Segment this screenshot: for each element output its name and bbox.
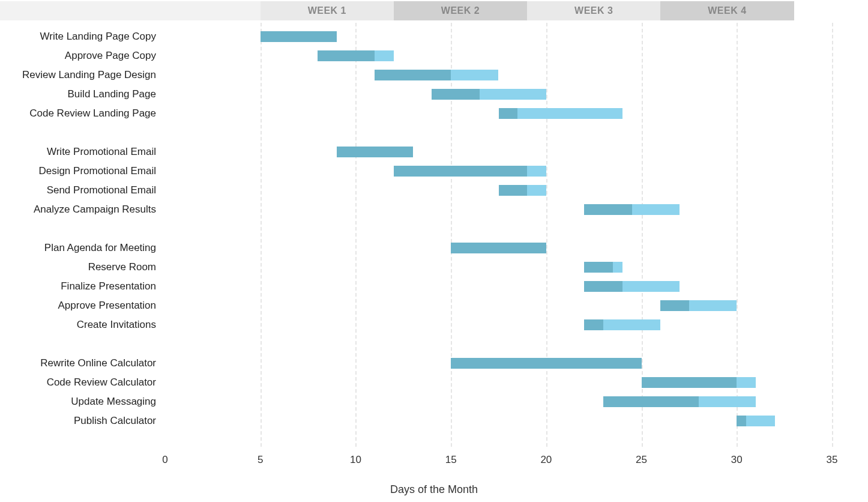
task-label: Publish Calculator: [0, 412, 156, 430]
gantt-bar: [394, 166, 546, 177]
x-tick: 15: [445, 454, 457, 466]
gantt-bar: [584, 319, 660, 330]
week-header: WEEK 2: [394, 1, 527, 20]
gantt-bar-segment: [584, 262, 613, 273]
week-header-row: WEEK 1WEEK 2WEEK 3WEEK 4: [0, 0, 868, 22]
task-label: Write Promotional Email: [0, 143, 156, 161]
gantt-bar-segment: [451, 358, 641, 369]
x-axis: 05101520253035: [165, 454, 832, 468]
week-header: WEEK 4: [660, 1, 794, 20]
gantt-bar: [375, 70, 498, 80]
gantt-bar-segment: [584, 319, 603, 330]
gantt-bar-segment: [699, 396, 756, 407]
x-tick: 0: [162, 454, 167, 466]
gantt-bar: [337, 147, 413, 157]
task-label: Build Landing Page: [0, 85, 156, 103]
gantt-bar-segment: [737, 416, 746, 426]
gantt-bar-segment: [584, 204, 631, 215]
x-tick: 30: [731, 454, 743, 466]
week-header: WEEK 1: [261, 1, 394, 20]
gantt-bar-segment: [613, 262, 622, 273]
task-label: Code Review Calculator: [0, 373, 156, 392]
gantt-bar-segment: [375, 50, 394, 61]
gantt-bar-segment: [499, 108, 518, 119]
gantt-bar: [451, 243, 546, 253]
gridline: [546, 23, 547, 447]
gantt-bar-segment: [642, 377, 737, 388]
gantt-bar-segment: [375, 70, 451, 80]
x-tick: 35: [827, 454, 838, 466]
gantt-bar: [603, 396, 756, 407]
gantt-bar-segment: [318, 50, 375, 61]
week-header-spacer: [0, 1, 261, 20]
gantt-bar-segment: [622, 281, 680, 292]
gantt-bar-segment: [337, 147, 413, 157]
task-label: Finalize Presentation: [0, 277, 156, 295]
gantt-bar-segment: [527, 166, 546, 177]
task-label: Write Landing Page Copy: [0, 28, 156, 46]
x-tick: 25: [636, 454, 647, 466]
task-label: Approve Presentation: [0, 297, 156, 315]
gantt-bar: [584, 262, 622, 273]
gantt-bar-segment: [499, 185, 528, 196]
gantt-bar-segment: [432, 89, 479, 100]
gantt-bar: [499, 185, 546, 196]
gantt-bar-segment: [737, 377, 756, 388]
gantt-bar-segment: [603, 319, 660, 330]
gantt-bar-segment: [451, 70, 498, 80]
gantt-bar-segment: [660, 300, 689, 311]
gantt-bar: [261, 31, 337, 42]
task-label: Create Invitations: [0, 316, 156, 334]
task-label: Reserve Room: [0, 258, 156, 276]
week-header-label: WEEK 4: [708, 5, 746, 16]
week-header: WEEK 3: [527, 1, 660, 20]
gantt-bar: [737, 416, 774, 426]
x-tick: 10: [350, 454, 361, 466]
task-label: Design Promotional Email: [0, 162, 156, 180]
x-axis-title: Days of the Month: [0, 483, 868, 496]
task-label: Approve Page Copy: [0, 47, 156, 65]
gantt-bar-segment: [394, 166, 527, 177]
gantt-bar: [432, 89, 546, 100]
plot-area: [165, 23, 832, 447]
gantt-bar: [451, 358, 641, 369]
week-header-label: WEEK 3: [574, 5, 613, 16]
gantt-bar: [499, 108, 622, 119]
gantt-chart: WEEK 1WEEK 2WEEK 3WEEK 4 Write Landing P…: [0, 0, 868, 502]
gantt-bar-segment: [689, 300, 737, 311]
gantt-bar-segment: [517, 108, 622, 119]
gantt-bar: [660, 300, 737, 311]
x-tick: 20: [540, 454, 552, 466]
gridline: [832, 23, 833, 447]
task-label: Review Landing Page Design: [0, 66, 156, 84]
week-header-label: WEEK 2: [441, 5, 480, 16]
gridline: [261, 23, 262, 447]
gridline: [451, 23, 452, 447]
gantt-bar: [318, 50, 394, 61]
task-label: Plan Agenda for Meeting: [0, 239, 156, 257]
task-label: Send Promotional Email: [0, 181, 156, 199]
gridline: [355, 23, 357, 447]
gantt-bar-segment: [603, 396, 699, 407]
gantt-bar-segment: [451, 243, 546, 253]
gantt-bar: [584, 281, 680, 292]
gantt-bar-segment: [480, 89, 546, 100]
gantt-bar: [642, 377, 756, 388]
task-label: Update Messaging: [0, 393, 156, 411]
week-header-label: WEEK 1: [308, 5, 346, 16]
gantt-bar-segment: [584, 281, 622, 292]
gantt-bar-segment: [746, 416, 775, 426]
gantt-bar-segment: [632, 204, 680, 215]
gantt-bar-segment: [261, 31, 337, 42]
task-label: Rewrite Online Calculator: [0, 354, 156, 372]
gantt-bar: [584, 204, 680, 215]
task-label: Analyze Campaign Results: [0, 201, 156, 219]
gantt-bar-segment: [527, 185, 546, 196]
x-tick: 5: [258, 454, 263, 466]
task-label: Code Review Landing Page: [0, 104, 156, 122]
